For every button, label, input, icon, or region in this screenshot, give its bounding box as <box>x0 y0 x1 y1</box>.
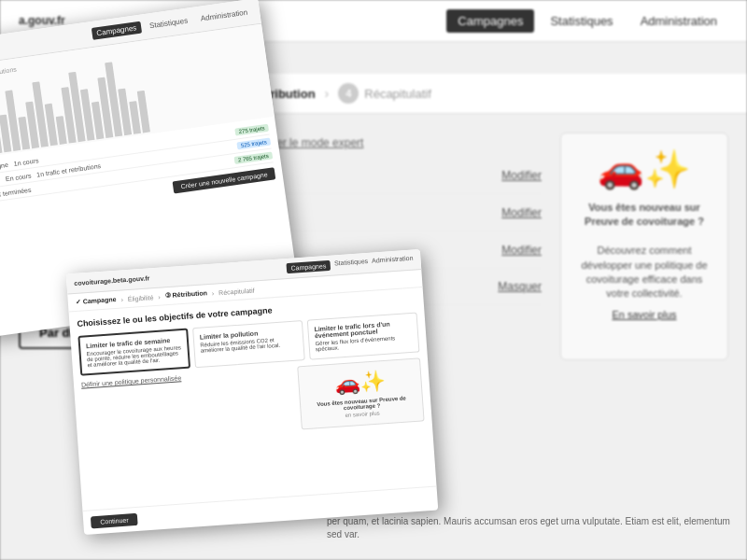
p2-step-recapitulatif: Récapitulatif <box>218 287 255 296</box>
p2-step-arrow-2: › <box>158 293 161 300</box>
sidebar-title: Vous êtes nouveau sur Preuve de covoitur… <box>585 202 704 227</box>
sidebar-link[interactable]: En savoir plus <box>575 309 713 320</box>
sidebar-body: Découvrez comment développer une politiq… <box>581 245 707 299</box>
p1-badge-3: 2 765 trajets <box>233 151 273 164</box>
p2-custom-link-area: Définir une politique personnalisée <box>81 367 298 445</box>
p2-option-1[interactable]: Limiter le trafic de semaine Encourager … <box>78 329 190 376</box>
p2-option-3[interactable]: Limiter le trafic lors d'un événement po… <box>307 312 420 359</box>
p2-continue-btn[interactable]: Continuer <box>91 513 138 528</box>
row1-modifier[interactable]: Modifier <box>501 169 542 182</box>
sidebar-card: 🚗✨ Vous êtes nouveau sur Preuve de covoi… <box>560 133 728 360</box>
p2-step-retribution: ③ Rétribution <box>164 289 207 300</box>
p1-badge-2: 525 trajets <box>236 138 271 150</box>
p1-badge-1: 275 trajets <box>234 124 269 136</box>
p2-step-arrow-3: › <box>212 289 215 296</box>
p2-nav-campagnes[interactable]: Campagnes <box>286 260 331 273</box>
car-icon: 🚗✨ <box>575 147 713 191</box>
step-4-label: Récapitulatif <box>364 87 431 101</box>
row2-modifier[interactable]: Modifier <box>501 206 542 219</box>
p2-step-arrow-1: › <box>120 296 123 302</box>
row4-masquer[interactable]: Masquer <box>498 280 542 293</box>
p2-car-card: 🚗✨ Vous êtes nouveau sur Preuve de covoi… <box>298 357 425 429</box>
sidebar-text: Vous êtes nouveau sur Preuve de covoitur… <box>575 201 713 301</box>
step-4[interactable]: 4 Récapitulatif <box>338 83 431 104</box>
p2-car-icon: 🚗✨ <box>306 367 414 399</box>
p1-row1-value: 1n cours <box>13 157 39 167</box>
nav-campagnes[interactable]: Campagnes <box>446 9 534 33</box>
row3-modifier[interactable]: Modifier <box>501 244 542 257</box>
p2-content: Choisissez le ou les objectifs de votre … <box>69 287 433 453</box>
p1-nav-campagnes[interactable]: Campagnes <box>92 21 142 40</box>
p1-nav-stats[interactable]: Statistiques <box>144 14 193 33</box>
main-nav: Campagnes Statistiques Administration <box>446 9 728 33</box>
step-4-num: 4 <box>338 83 359 104</box>
p1-nav-admin[interactable]: Administration <box>195 6 253 25</box>
overlay-page-objectives: covoiturage.beta.gouv.fr Campagnes Stati… <box>66 249 439 535</box>
lorem-text: per quam, et lacinia sapien. Mauris accu… <box>327 515 738 541</box>
p2-step-campagne: ✓ Campagne <box>76 296 117 306</box>
p1-row2-value: En cours <box>5 172 31 182</box>
p2-nav-admin[interactable]: Administration <box>372 255 414 268</box>
p2-option-2[interactable]: Limiter la pollution Réduire les émissio… <box>192 320 305 368</box>
p2-nav-stats[interactable]: Statistiques <box>334 258 369 270</box>
nav-statistiques[interactable]: Statistiques <box>539 9 624 33</box>
nav-administration[interactable]: Administration <box>629 9 728 33</box>
step-arrow-3: › <box>325 86 330 101</box>
p2-logo: covoiturage.beta.gouv.fr <box>74 274 149 287</box>
p2-step-eligibilite: Éligibilité <box>128 294 154 302</box>
